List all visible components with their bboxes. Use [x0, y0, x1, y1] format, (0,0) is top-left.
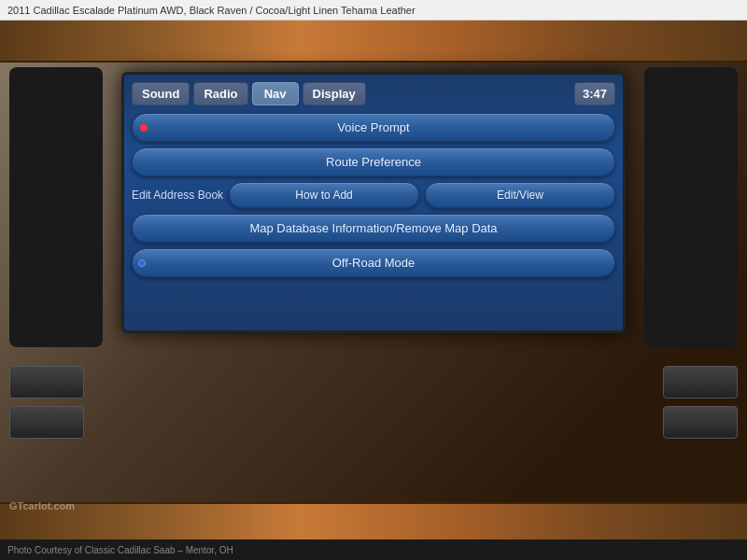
vent-right — [644, 67, 738, 347]
tab-nav[interactable]: Nav — [252, 82, 299, 105]
tab-bar: Sound Radio Nav Display 3:47 — [132, 82, 615, 105]
clock-display: 3:47 — [574, 82, 615, 105]
off-road-mode-button[interactable]: Off-Road Mode — [132, 248, 615, 277]
dashboard: Sound Radio Nav Display 3:47 Voice Promp… — [0, 21, 747, 539]
edit-view-button[interactable]: Edit/View — [425, 182, 615, 208]
car-background: 2011 Cadillac Escalade Platinum AWD, Bla… — [0, 0, 747, 560]
vent-left — [9, 67, 103, 347]
right-button-panel — [663, 366, 738, 439]
wood-grain-bottom — [0, 502, 747, 539]
screen-display: Sound Radio Nav Display 3:47 Voice Promp… — [124, 75, 623, 330]
left-button-panel — [9, 366, 84, 439]
wood-grain-top — [0, 21, 747, 63]
address-book-label: Edit Address Book — [132, 189, 223, 202]
voice-prompt-button[interactable]: Voice Prompt — [132, 113, 615, 142]
top-header: 2011 Cadillac Escalade Platinum AWD, Bla… — [0, 0, 747, 21]
footer-text: Photo Courtesy of Classic Cadillac Saab … — [7, 545, 233, 555]
left-btn-1[interactable] — [9, 366, 84, 399]
watermark: GTcarlot.com — [9, 500, 75, 511]
tab-sound[interactable]: Sound — [132, 82, 190, 105]
right-btn-2[interactable] — [663, 406, 738, 439]
tab-radio[interactable]: Radio — [193, 82, 247, 105]
right-btn-1[interactable] — [663, 366, 738, 399]
route-preference-button[interactable]: Route Preference — [132, 147, 615, 176]
left-btn-2[interactable] — [9, 406, 84, 439]
car-title: 2011 Cadillac Escalade Platinum AWD, Bla… — [7, 5, 416, 16]
map-database-button[interactable]: Map Database Information/Remove Map Data — [132, 214, 615, 243]
infotainment-screen: Sound Radio Nav Display 3:47 Voice Promp… — [121, 72, 626, 333]
tab-display[interactable]: Display — [303, 82, 366, 105]
bottom-footer: Photo Courtesy of Classic Cadillac Saab … — [0, 539, 747, 560]
address-book-row: Edit Address Book How to Add Edit/View — [132, 182, 615, 208]
how-to-add-button[interactable]: How to Add — [229, 182, 419, 208]
